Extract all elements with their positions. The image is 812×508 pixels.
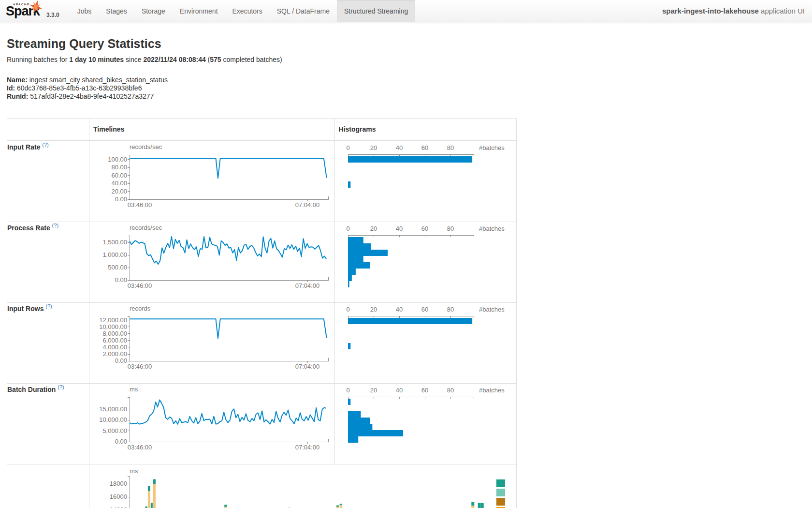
page-content: Streaming Query Statistics Running batch… <box>0 37 812 508</box>
svg-text:20: 20 <box>370 225 377 232</box>
histogram-cell-process-rate: 020406080#batches <box>334 222 516 302</box>
table-row-input-rows: Input Rows (?)records0.002,000.004,000.0… <box>7 302 517 383</box>
running-duration: 1 day 10 minutes <box>69 56 124 63</box>
svg-text:1,000.00: 1,000.00 <box>102 251 127 258</box>
header-histograms: Histograms <box>334 119 516 141</box>
timeline-chart-process-rate: records/sec0.00500.001,000.001,500.0003:… <box>89 222 334 302</box>
completed-batches-count: 575 <box>210 56 221 63</box>
tab-stages[interactable]: Stages <box>99 0 134 22</box>
tab-environment[interactable]: Environment <box>173 0 225 22</box>
tab-jobs[interactable]: Jobs <box>70 0 99 22</box>
svg-text:0: 0 <box>346 225 349 232</box>
histogram-cell-batch-duration: 020406080#batches <box>334 383 516 464</box>
svg-text:60: 60 <box>421 387 428 394</box>
svg-text:500.00: 500.00 <box>108 264 127 271</box>
row-label-cell-input-rate: Input Rate (?) <box>7 141 89 222</box>
svg-text:0: 0 <box>346 306 349 313</box>
header-empty <box>7 119 89 141</box>
svg-text:ms: ms <box>130 467 138 475</box>
svg-text:0.00: 0.00 <box>115 276 127 284</box>
histogram-cell-input-rows: 020406080#batches <box>334 302 516 383</box>
histogram-chart-input-rows: 020406080#batches <box>335 303 516 383</box>
svg-text:20: 20 <box>370 144 377 151</box>
table-row-batch-duration: Batch Duration (?)ms0.005,000.0010,000.0… <box>7 383 517 464</box>
svg-text:0: 0 <box>346 144 349 151</box>
query-meta: Name: ingest smart_city shared_bikes_sta… <box>7 76 805 101</box>
histogram-cell-input-rate: 020406080#batches <box>334 141 516 222</box>
svg-text:80.00: 80.00 <box>111 164 127 171</box>
help-icon-batch-duration[interactable]: (?) <box>58 384 64 390</box>
timeline-chart-input-rate: records/sec0.0020.0040.0060.0080.00100.0… <box>89 141 334 222</box>
tab-sql-dataframe[interactable]: SQL / DataFrame <box>270 0 337 22</box>
timeline-cell-batch-duration: ms0.005,000.0010,000.0015,000.0003:46:00… <box>89 383 335 464</box>
name-value: ingest smart_city shared_bikes_station_s… <box>29 76 168 84</box>
svg-text:40.00: 40.00 <box>111 179 127 187</box>
row-label-input-rows: Input Rows <box>7 304 44 312</box>
row-label-cell-batch-duration: Batch Duration (?) <box>7 383 89 464</box>
svg-text:0.00: 0.00 <box>115 438 127 445</box>
table-row-input-rate: Input Rate (?)records/sec0.0020.0040.006… <box>7 141 517 222</box>
svg-text:records/sec: records/sec <box>130 143 162 150</box>
timeline-cell-operation-duration: ms180001600014000 <box>89 464 517 508</box>
since-word: since <box>124 56 143 63</box>
legend-swatch-teal <box>496 479 505 487</box>
row-label-process-rate: Process Rate <box>7 224 50 231</box>
svg-text:60.00: 60.00 <box>111 171 127 179</box>
timeline-chart-input-rows: records0.002,000.004,000.006,000.008,000… <box>89 303 334 383</box>
svg-text:#batches: #batches <box>479 387 505 394</box>
svg-text:#batches: #batches <box>479 225 505 232</box>
id-label: Id: <box>7 84 15 92</box>
svg-text:07:04:00: 07:04:00 <box>295 363 320 370</box>
help-icon-input-rows[interactable]: (?) <box>45 303 52 309</box>
table-row-operation-duration: ms180001600014000 <box>7 464 517 508</box>
svg-text:5,000.00: 5,000.00 <box>102 427 127 434</box>
table-row-process-rate: Process Rate (?)records/sec0.00500.001,0… <box>7 222 517 302</box>
spark-logo[interactable]: APACHE Spark <box>5 0 45 22</box>
name-label: Name: <box>7 76 28 84</box>
svg-text:80: 80 <box>447 306 453 313</box>
help-icon-process-rate[interactable]: (?) <box>52 223 58 228</box>
svg-text:0.00: 0.00 <box>115 357 127 364</box>
svg-text:07:04:00: 07:04:00 <box>295 282 320 289</box>
svg-text:ms: ms <box>130 386 138 393</box>
svg-text:6,000.00: 6,000.00 <box>102 336 127 344</box>
app-title-suffix: application UI <box>759 7 805 15</box>
svg-text:12,000.00: 12,000.00 <box>99 316 127 323</box>
runid-label: RunId: <box>7 92 28 100</box>
svg-text:0: 0 <box>346 387 349 394</box>
stats-table-body: Input Rate (?)records/sec0.0020.0040.006… <box>7 141 517 508</box>
runid-value: 517afd3f-28e2-4ba8-9fe4-4102527a3277 <box>30 92 154 100</box>
svg-text:records/sec: records/sec <box>130 224 162 231</box>
svg-text:60: 60 <box>421 306 428 313</box>
app-name: spark-ingest-into-lakehouse <box>662 7 759 15</box>
svg-text:60: 60 <box>421 144 428 151</box>
svg-text:8,000.00: 8,000.00 <box>102 329 127 337</box>
svg-text:0.00: 0.00 <box>115 195 127 203</box>
svg-text:40: 40 <box>395 387 402 394</box>
svg-text:100.00: 100.00 <box>108 155 127 163</box>
help-icon-input-rate[interactable]: (?) <box>42 142 48 148</box>
header-timelines: Timelines <box>89 119 335 141</box>
id-value: 60dc3768-85e3-4fb5-a13c-63b29938bfe6 <box>17 84 142 92</box>
svg-text:20: 20 <box>370 306 377 313</box>
svg-text:16000: 16000 <box>110 493 127 500</box>
histogram-chart-input-rate: 020406080#batches <box>335 141 516 222</box>
tab-storage[interactable]: Storage <box>134 0 173 22</box>
running-prefix: Running batches for <box>7 56 69 63</box>
svg-text:#batches: #batches <box>479 306 505 313</box>
row-label-cell-input-rows: Input Rows (?) <box>7 302 89 383</box>
page-title: Streaming Query Statistics <box>7 37 805 51</box>
row-label-cell-operation-duration <box>7 464 89 508</box>
svg-text:18000: 18000 <box>110 480 127 487</box>
spark-star-icon <box>29 0 43 14</box>
tab-executors[interactable]: Executors <box>225 0 270 22</box>
svg-text:40: 40 <box>395 306 402 313</box>
timeline-cell-input-rows: records0.002,000.004,000.006,000.008,000… <box>89 302 335 383</box>
row-label-input-rate: Input Rate <box>7 143 40 150</box>
tab-structured-streaming[interactable]: Structured Streaming <box>337 0 415 22</box>
svg-text:20: 20 <box>370 387 377 394</box>
row-label-batch-duration: Batch Duration <box>7 385 56 393</box>
statistics-table: Timelines Histograms Input Rate (?)recor… <box>7 118 517 508</box>
svg-text:07:04:00: 07:04:00 <box>295 201 320 209</box>
timeline-chart-batch-duration: ms0.005,000.0010,000.0015,000.0003:46:00… <box>89 384 334 464</box>
